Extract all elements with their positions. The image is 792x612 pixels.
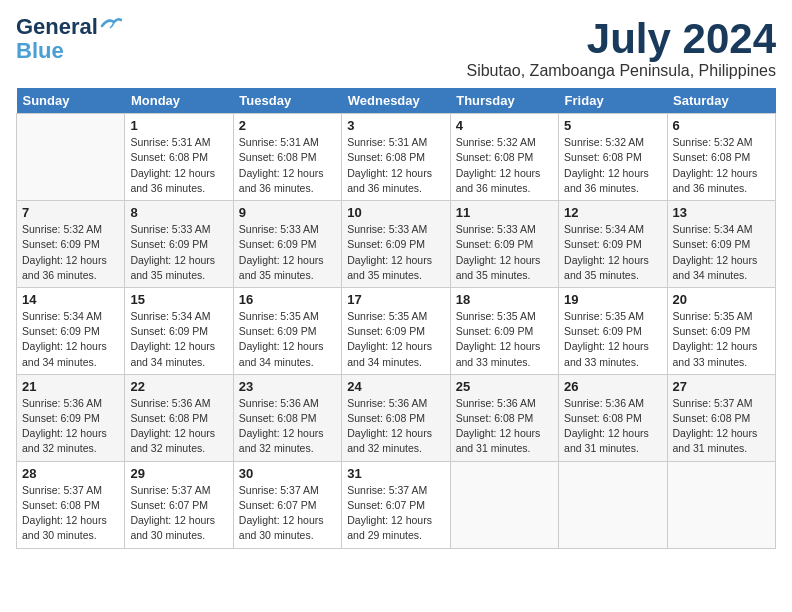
weekday-header-thursday: Thursday <box>450 88 558 114</box>
logo-general: General <box>16 16 98 38</box>
day-number: 22 <box>130 379 227 394</box>
day-number: 7 <box>22 205 119 220</box>
table-cell: 25Sunrise: 5:36 AMSunset: 6:08 PMDayligh… <box>450 374 558 461</box>
table-cell: 2Sunrise: 5:31 AMSunset: 6:08 PMDaylight… <box>233 114 341 201</box>
day-number: 3 <box>347 118 444 133</box>
table-cell: 28Sunrise: 5:37 AMSunset: 6:08 PMDayligh… <box>17 461 125 548</box>
day-info: Sunrise: 5:34 AMSunset: 6:09 PMDaylight:… <box>130 309 227 370</box>
title-area: July 2024 Sibutao, Zamboanga Peninsula, … <box>466 16 776 80</box>
table-cell: 7Sunrise: 5:32 AMSunset: 6:09 PMDaylight… <box>17 201 125 288</box>
location-title: Sibutao, Zamboanga Peninsula, Philippine… <box>466 62 776 80</box>
table-cell: 21Sunrise: 5:36 AMSunset: 6:09 PMDayligh… <box>17 374 125 461</box>
table-cell: 30Sunrise: 5:37 AMSunset: 6:07 PMDayligh… <box>233 461 341 548</box>
day-info: Sunrise: 5:31 AMSunset: 6:08 PMDaylight:… <box>347 135 444 196</box>
day-number: 2 <box>239 118 336 133</box>
week-row-4: 21Sunrise: 5:36 AMSunset: 6:09 PMDayligh… <box>17 374 776 461</box>
day-info: Sunrise: 5:35 AMSunset: 6:09 PMDaylight:… <box>347 309 444 370</box>
day-number: 5 <box>564 118 661 133</box>
table-cell: 9Sunrise: 5:33 AMSunset: 6:09 PMDaylight… <box>233 201 341 288</box>
page-header: General Blue July 2024 Sibutao, Zamboang… <box>16 16 776 80</box>
table-cell <box>450 461 558 548</box>
table-cell: 8Sunrise: 5:33 AMSunset: 6:09 PMDaylight… <box>125 201 233 288</box>
day-number: 10 <box>347 205 444 220</box>
weekday-header-tuesday: Tuesday <box>233 88 341 114</box>
table-cell: 6Sunrise: 5:32 AMSunset: 6:08 PMDaylight… <box>667 114 775 201</box>
day-info: Sunrise: 5:34 AMSunset: 6:09 PMDaylight:… <box>22 309 119 370</box>
table-cell: 22Sunrise: 5:36 AMSunset: 6:08 PMDayligh… <box>125 374 233 461</box>
day-number: 28 <box>22 466 119 481</box>
logo: General Blue <box>16 16 122 64</box>
table-cell: 19Sunrise: 5:35 AMSunset: 6:09 PMDayligh… <box>559 287 667 374</box>
day-number: 11 <box>456 205 553 220</box>
week-row-2: 7Sunrise: 5:32 AMSunset: 6:09 PMDaylight… <box>17 201 776 288</box>
weekday-header-row: SundayMondayTuesdayWednesdayThursdayFrid… <box>17 88 776 114</box>
day-number: 14 <box>22 292 119 307</box>
day-number: 23 <box>239 379 336 394</box>
day-number: 1 <box>130 118 227 133</box>
day-info: Sunrise: 5:36 AMSunset: 6:08 PMDaylight:… <box>456 396 553 457</box>
day-number: 19 <box>564 292 661 307</box>
day-info: Sunrise: 5:32 AMSunset: 6:08 PMDaylight:… <box>456 135 553 196</box>
day-info: Sunrise: 5:35 AMSunset: 6:09 PMDaylight:… <box>239 309 336 370</box>
day-info: Sunrise: 5:36 AMSunset: 6:08 PMDaylight:… <box>130 396 227 457</box>
day-info: Sunrise: 5:37 AMSunset: 6:08 PMDaylight:… <box>22 483 119 544</box>
table-cell <box>559 461 667 548</box>
table-cell: 4Sunrise: 5:32 AMSunset: 6:08 PMDaylight… <box>450 114 558 201</box>
day-info: Sunrise: 5:34 AMSunset: 6:09 PMDaylight:… <box>564 222 661 283</box>
day-info: Sunrise: 5:37 AMSunset: 6:07 PMDaylight:… <box>130 483 227 544</box>
table-cell: 16Sunrise: 5:35 AMSunset: 6:09 PMDayligh… <box>233 287 341 374</box>
day-number: 21 <box>22 379 119 394</box>
day-info: Sunrise: 5:36 AMSunset: 6:08 PMDaylight:… <box>239 396 336 457</box>
logo-blue: Blue <box>16 38 64 64</box>
calendar-table: SundayMondayTuesdayWednesdayThursdayFrid… <box>16 88 776 548</box>
table-cell: 17Sunrise: 5:35 AMSunset: 6:09 PMDayligh… <box>342 287 450 374</box>
table-cell: 3Sunrise: 5:31 AMSunset: 6:08 PMDaylight… <box>342 114 450 201</box>
day-number: 8 <box>130 205 227 220</box>
day-info: Sunrise: 5:37 AMSunset: 6:07 PMDaylight:… <box>239 483 336 544</box>
day-info: Sunrise: 5:31 AMSunset: 6:08 PMDaylight:… <box>130 135 227 196</box>
day-number: 17 <box>347 292 444 307</box>
day-info: Sunrise: 5:32 AMSunset: 6:08 PMDaylight:… <box>673 135 770 196</box>
day-info: Sunrise: 5:33 AMSunset: 6:09 PMDaylight:… <box>239 222 336 283</box>
day-info: Sunrise: 5:36 AMSunset: 6:08 PMDaylight:… <box>347 396 444 457</box>
day-info: Sunrise: 5:37 AMSunset: 6:07 PMDaylight:… <box>347 483 444 544</box>
table-cell: 31Sunrise: 5:37 AMSunset: 6:07 PMDayligh… <box>342 461 450 548</box>
table-cell: 1Sunrise: 5:31 AMSunset: 6:08 PMDaylight… <box>125 114 233 201</box>
table-cell: 12Sunrise: 5:34 AMSunset: 6:09 PMDayligh… <box>559 201 667 288</box>
day-number: 25 <box>456 379 553 394</box>
day-number: 31 <box>347 466 444 481</box>
day-info: Sunrise: 5:33 AMSunset: 6:09 PMDaylight:… <box>130 222 227 283</box>
weekday-header-sunday: Sunday <box>17 88 125 114</box>
day-info: Sunrise: 5:37 AMSunset: 6:08 PMDaylight:… <box>673 396 770 457</box>
table-cell: 24Sunrise: 5:36 AMSunset: 6:08 PMDayligh… <box>342 374 450 461</box>
month-title: July 2024 <box>466 16 776 62</box>
table-cell: 15Sunrise: 5:34 AMSunset: 6:09 PMDayligh… <box>125 287 233 374</box>
day-number: 16 <box>239 292 336 307</box>
day-info: Sunrise: 5:35 AMSunset: 6:09 PMDaylight:… <box>456 309 553 370</box>
table-cell: 20Sunrise: 5:35 AMSunset: 6:09 PMDayligh… <box>667 287 775 374</box>
table-cell: 27Sunrise: 5:37 AMSunset: 6:08 PMDayligh… <box>667 374 775 461</box>
day-number: 15 <box>130 292 227 307</box>
table-cell: 13Sunrise: 5:34 AMSunset: 6:09 PMDayligh… <box>667 201 775 288</box>
day-info: Sunrise: 5:33 AMSunset: 6:09 PMDaylight:… <box>347 222 444 283</box>
day-info: Sunrise: 5:36 AMSunset: 6:08 PMDaylight:… <box>564 396 661 457</box>
day-info: Sunrise: 5:34 AMSunset: 6:09 PMDaylight:… <box>673 222 770 283</box>
day-number: 20 <box>673 292 770 307</box>
table-cell: 26Sunrise: 5:36 AMSunset: 6:08 PMDayligh… <box>559 374 667 461</box>
week-row-3: 14Sunrise: 5:34 AMSunset: 6:09 PMDayligh… <box>17 287 776 374</box>
weekday-header-saturday: Saturday <box>667 88 775 114</box>
table-cell: 23Sunrise: 5:36 AMSunset: 6:08 PMDayligh… <box>233 374 341 461</box>
day-info: Sunrise: 5:31 AMSunset: 6:08 PMDaylight:… <box>239 135 336 196</box>
day-number: 4 <box>456 118 553 133</box>
day-info: Sunrise: 5:32 AMSunset: 6:09 PMDaylight:… <box>22 222 119 283</box>
table-cell: 10Sunrise: 5:33 AMSunset: 6:09 PMDayligh… <box>342 201 450 288</box>
day-info: Sunrise: 5:35 AMSunset: 6:09 PMDaylight:… <box>673 309 770 370</box>
day-number: 26 <box>564 379 661 394</box>
day-info: Sunrise: 5:35 AMSunset: 6:09 PMDaylight:… <box>564 309 661 370</box>
day-info: Sunrise: 5:36 AMSunset: 6:09 PMDaylight:… <box>22 396 119 457</box>
day-number: 24 <box>347 379 444 394</box>
day-number: 30 <box>239 466 336 481</box>
day-number: 6 <box>673 118 770 133</box>
table-cell <box>667 461 775 548</box>
table-cell: 29Sunrise: 5:37 AMSunset: 6:07 PMDayligh… <box>125 461 233 548</box>
